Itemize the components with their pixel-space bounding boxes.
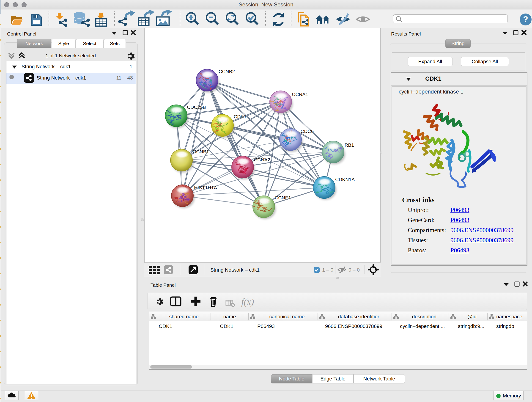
svg-text:database identifier: database identifier (338, 314, 380, 319)
svg-text:shared name: shared name (169, 314, 198, 319)
svg-text:?: ? (523, 15, 528, 24)
svg-text:canonical name: canonical name (269, 314, 304, 319)
svg-text:HIST1H1A: HIST1H1A (194, 185, 217, 190)
svg-text:0 – 0: 0 – 0 (348, 267, 360, 273)
svg-text:CDK1: CDK1 (234, 114, 247, 119)
svg-text:CCNB2: CCNB2 (219, 69, 235, 74)
svg-text:f(x): f(x) (241, 297, 254, 307)
svg-text:String Network – cdk1: String Network – cdk1 (210, 267, 260, 273)
svg-text:CCNB1: CCNB1 (193, 149, 209, 154)
svg-text:CDKN1A: CDKN1A (335, 177, 355, 182)
svg-text:CDC25B: CDC25B (187, 104, 206, 110)
svg-text:namespace: namespace (496, 314, 522, 319)
svg-text:@id: @id (467, 314, 476, 319)
svg-text:description: description (412, 314, 436, 319)
svg-text:CCNA1: CCNA1 (292, 92, 308, 97)
svg-text:CCNE1: CCNE1 (275, 195, 291, 200)
svg-text:CCNA2: CCNA2 (254, 157, 270, 162)
svg-text:RB1: RB1 (345, 142, 354, 148)
svg-text:CDC6: CDC6 (301, 128, 314, 134)
svg-text:name: name (223, 314, 236, 319)
svg-text:1 – 0: 1 – 0 (322, 267, 333, 273)
